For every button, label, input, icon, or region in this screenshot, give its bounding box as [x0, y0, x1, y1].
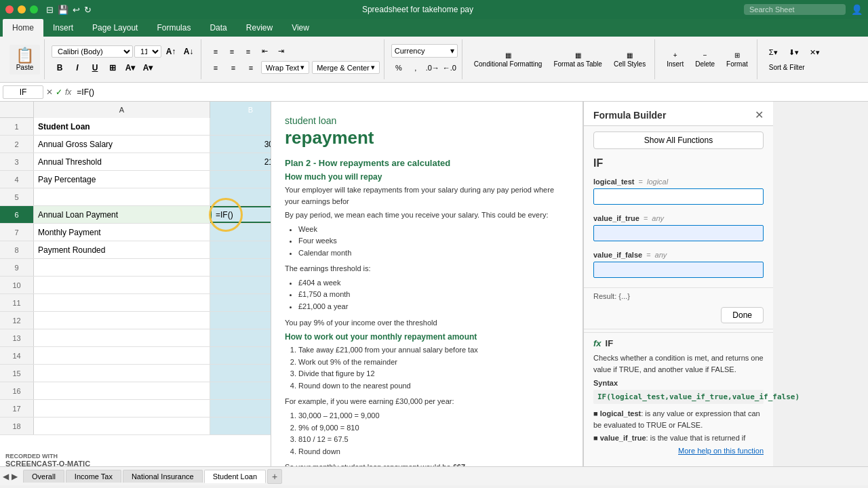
indent-decrease-btn[interactable]: ⇤ — [257, 44, 272, 59]
bold-button[interactable]: B — [52, 60, 68, 75]
tab-nav-next[interactable]: ▶ — [12, 472, 18, 481]
tab-review[interactable]: Review — [237, 19, 282, 37]
logical-test-input[interactable] — [593, 188, 764, 205]
cell-a18[interactable] — [34, 418, 210, 434]
decrease-decimal-btn[interactable]: ←.0 — [442, 60, 457, 75]
cell-a14[interactable] — [34, 347, 210, 364]
paste-button[interactable]: 📋 Paste — [9, 45, 40, 75]
decrease-font-btn[interactable]: A↓ — [180, 44, 197, 59]
align-right-top-btn[interactable]: ≡ — [241, 44, 256, 59]
cell-b14[interactable] — [210, 347, 271, 364]
undo-icon[interactable]: ↩ — [73, 5, 80, 15]
insert-button[interactable]: + Insert — [662, 49, 688, 70]
fill-button[interactable]: ⬇▾ — [784, 45, 804, 60]
align-right-btn[interactable]: ≡ — [243, 60, 258, 75]
cell-a13[interactable] — [34, 329, 210, 346]
comma-btn[interactable]: , — [408, 60, 423, 75]
cell-a6[interactable]: Annual Loan Payment — [34, 206, 210, 223]
cancel-formula-icon[interactable]: ✕ — [46, 87, 53, 97]
cell-b12[interactable] — [210, 312, 271, 329]
cell-a4[interactable]: Pay Percentage — [34, 171, 210, 188]
cell-a15[interactable] — [34, 365, 210, 382]
cell-a9[interactable] — [34, 259, 210, 276]
borders-button[interactable]: ⊞ — [104, 60, 121, 75]
maximize-button[interactable] — [30, 5, 38, 14]
cell-a16[interactable] — [34, 382, 210, 399]
cell-a5[interactable] — [34, 188, 210, 205]
cell-b8[interactable] — [210, 241, 271, 258]
minimize-button[interactable] — [18, 5, 26, 14]
cell-a1[interactable]: Student Loan — [34, 118, 210, 135]
formula-input[interactable] — [74, 86, 865, 98]
cell-a12[interactable] — [34, 312, 210, 329]
cell-b6[interactable]: =IF() — [210, 206, 271, 223]
percent-btn[interactable]: % — [391, 60, 406, 75]
tab-page-layout[interactable]: Page Layout — [83, 19, 147, 37]
align-left-btn[interactable]: ≡ — [208, 60, 223, 75]
cell-b15[interactable] — [210, 365, 271, 382]
tab-insert[interactable]: Insert — [43, 19, 83, 37]
cell-b4[interactable]: 9% — [210, 171, 271, 188]
cell-b7[interactable] — [210, 224, 271, 241]
account-icon[interactable]: 👤 — [851, 4, 863, 15]
cell-reference-box[interactable] — [3, 85, 43, 99]
value-if-true-input[interactable] — [593, 225, 764, 241]
show-all-functions-button[interactable]: Show All Functions — [593, 131, 764, 149]
increase-font-btn[interactable]: A↑ — [163, 44, 179, 59]
cell-a11[interactable] — [34, 294, 210, 311]
cell-a7[interactable]: Monthly Payment — [34, 224, 210, 241]
cell-a2[interactable]: Annual Gross Salary — [34, 136, 210, 152]
italic-button[interactable]: I — [69, 60, 85, 75]
font-color-button[interactable]: A▾ — [140, 60, 156, 75]
tab-data[interactable]: Data — [200, 19, 236, 37]
sheet-tab-overall[interactable]: Overall — [23, 470, 64, 483]
cell-b5[interactable] — [210, 188, 271, 205]
font-family-select[interactable]: Calibri (Body) — [52, 45, 133, 58]
format-button[interactable]: ⊞ Format — [722, 49, 753, 70]
confirm-formula-icon[interactable]: ✓ — [56, 87, 62, 97]
toolbar-icon-1[interactable]: ⊟ — [46, 5, 54, 15]
insert-function-icon[interactable]: fx — [65, 87, 71, 97]
cell-b10[interactable] — [210, 277, 271, 293]
value-if-false-input[interactable] — [593, 262, 764, 278]
cell-b13[interactable] — [210, 329, 271, 346]
close-button[interactable] — [5, 5, 14, 14]
cell-styles-button[interactable]: ▦ Cell Styles — [609, 49, 650, 70]
formula-builder-close-button[interactable]: ✕ — [755, 108, 764, 121]
tab-nav-prev[interactable]: ◀ — [3, 472, 9, 481]
font-size-select[interactable]: 11 — [134, 45, 161, 58]
redo-icon[interactable]: ↻ — [84, 5, 92, 15]
sheet-tab-national-insurance[interactable]: National Insurance — [123, 470, 203, 483]
format-as-table-button[interactable]: ▦ Format as Table — [549, 49, 607, 70]
cell-a3[interactable]: Annual Threshold — [34, 153, 210, 170]
align-left-top-btn[interactable]: ≡ — [208, 44, 223, 59]
cell-b1[interactable] — [210, 118, 271, 135]
clear-button[interactable]: ✕▾ — [805, 45, 825, 60]
sort-filter-button[interactable]: Sort & Filter — [764, 61, 810, 74]
merge-center-button[interactable]: Merge & Center ▾ — [312, 61, 380, 74]
sheet-tab-student-loan[interactable]: Student Loan — [204, 470, 266, 483]
autosum-button[interactable]: Σ▾ — [764, 45, 783, 60]
add-sheet-button[interactable]: + — [267, 469, 282, 484]
sheet-tab-income-tax[interactable]: Income Tax — [66, 470, 121, 483]
indent-increase-btn[interactable]: ⇥ — [273, 44, 288, 59]
cell-b17[interactable] — [210, 400, 271, 417]
tab-formulas[interactable]: Formulas — [147, 19, 200, 37]
col-header-b[interactable]: B — [210, 102, 271, 118]
cell-b3[interactable]: 21000 — [210, 153, 271, 170]
fill-color-button[interactable]: A▾ — [122, 60, 138, 75]
tab-home[interactable]: Home — [3, 19, 43, 37]
underline-button[interactable]: U — [87, 60, 103, 75]
delete-button[interactable]: − Delete — [690, 49, 719, 70]
toolbar-icon-2[interactable]: 💾 — [58, 5, 68, 15]
cell-b16[interactable] — [210, 382, 271, 399]
more-help-link[interactable]: More help on this function — [593, 447, 764, 455]
wrap-text-button[interactable]: Wrap Text ▾ — [261, 61, 309, 74]
align-center-btn[interactable]: ≡ — [226, 60, 241, 75]
tab-view[interactable]: View — [282, 19, 319, 37]
done-button[interactable]: Done — [721, 307, 764, 323]
cell-a17[interactable] — [34, 400, 210, 417]
search-input[interactable] — [744, 4, 846, 15]
col-header-a[interactable]: A — [34, 102, 210, 118]
align-center-top-btn[interactable]: ≡ — [224, 44, 239, 59]
